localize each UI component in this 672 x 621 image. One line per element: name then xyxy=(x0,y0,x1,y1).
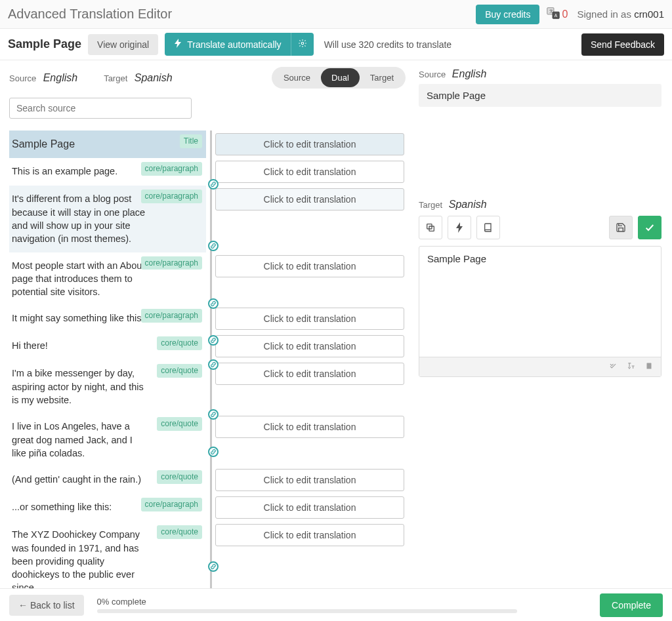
segment-row[interactable]: The XYZ Doohickey Company was founded in… xyxy=(9,521,406,588)
segment-row[interactable]: I live in Los Angeles, have a great dog … xyxy=(9,413,406,466)
segment-row[interactable]: I'm a bike messenger by day, aspiring ac… xyxy=(9,360,406,413)
segment-type-badge: core/quote xyxy=(157,364,202,378)
progress-track xyxy=(97,609,517,613)
edit-translation-button[interactable]: Click to edit translation xyxy=(215,161,404,183)
language-pair-indicator[interactable]: 文A 0 xyxy=(546,6,568,23)
segment-source: The XYZ Doohickey Company was founded in… xyxy=(9,521,206,588)
progress: 0% complete xyxy=(97,597,517,613)
target-editor-input[interactable]: Sample Page xyxy=(419,247,661,357)
edit-translation-button[interactable]: Click to edit translation xyxy=(215,416,404,438)
segment-row[interactable]: This is an example page.core/paragraphCl… xyxy=(9,158,406,186)
signed-in-label: Signed in as crn001 xyxy=(577,9,664,20)
segment-row[interactable]: (And gettin' caught in the rain.)core/qu… xyxy=(9,466,406,494)
segment-target: Click to edit translation xyxy=(215,158,406,186)
edit-translation-button[interactable]: Click to edit translation xyxy=(215,469,404,491)
segment-gutter xyxy=(206,130,215,158)
translate-icon: 文A xyxy=(546,6,560,23)
segment-source: I'm a bike messenger by day, aspiring ac… xyxy=(9,360,206,413)
segment-source: (And gettin' caught in the rain.)core/qu… xyxy=(9,466,206,494)
link-segment-icon[interactable] xyxy=(208,298,219,309)
confirm-segment-button[interactable] xyxy=(638,216,662,239)
save-icon xyxy=(616,222,626,233)
segment-target: Click to edit translation xyxy=(215,332,406,360)
translate-settings-button[interactable] xyxy=(291,33,314,56)
segment-gutter xyxy=(206,252,215,306)
segment-target: Click to edit translation xyxy=(215,413,406,466)
link-segment-icon[interactable] xyxy=(208,241,219,251)
segment-gutter xyxy=(206,494,215,521)
segment-target: Click to edit translation xyxy=(215,466,406,494)
segment-row[interactable]: It's different from a blog post because … xyxy=(9,186,406,252)
status-icon-1 xyxy=(608,361,618,373)
toggle-source[interactable]: Source xyxy=(273,68,321,87)
edit-translation-button[interactable]: Click to edit translation xyxy=(215,133,404,155)
edit-translation-button[interactable]: Click to edit translation xyxy=(215,188,404,210)
link-segment-icon[interactable] xyxy=(208,447,219,457)
username: crn001 xyxy=(634,9,664,20)
sub-bar: Sample Page View original Translate auto… xyxy=(0,29,672,60)
segment-row[interactable]: Sample PageTitleClick to edit translatio… xyxy=(9,130,406,158)
link-segment-icon[interactable] xyxy=(208,335,219,346)
translate-automatically-button[interactable]: Translate automatically xyxy=(165,33,313,56)
edit-translation-button[interactable]: Click to edit translation xyxy=(215,363,404,385)
workspace: Source English Target Spanish Source Dua… xyxy=(0,60,672,588)
segment-row[interactable]: Most people start with an About page tha… xyxy=(9,252,406,306)
segment-type-badge: core/paragraph xyxy=(141,162,202,176)
view-original-button[interactable]: View original xyxy=(88,34,158,55)
segment-type-badge: Title xyxy=(180,134,202,148)
link-segment-icon[interactable] xyxy=(208,409,219,420)
segment-type-badge: core/paragraph xyxy=(141,498,202,511)
segment-source-text: Sample Page xyxy=(12,137,198,151)
book-icon xyxy=(483,222,494,233)
copy-source-button[interactable] xyxy=(419,216,442,239)
search-source-input[interactable] xyxy=(9,98,192,119)
link-segment-icon[interactable] xyxy=(208,561,219,572)
edit-translation-button[interactable]: Click to edit translation xyxy=(215,335,404,357)
detail-source-label: Source English xyxy=(419,68,662,80)
save-draft-button[interactable] xyxy=(609,216,633,239)
source-lang-label: Source English xyxy=(9,72,77,84)
bolt-icon xyxy=(455,222,463,233)
edit-translation-button[interactable]: Click to edit translation xyxy=(215,308,404,330)
segment-row[interactable]: It might say something like this:core/pa… xyxy=(9,305,406,332)
svg-point-4 xyxy=(301,42,304,45)
credits-note: Will use 320 credits to translate xyxy=(324,39,452,50)
segment-target: Click to edit translation xyxy=(215,130,406,158)
segment-type-badge: core/paragraph xyxy=(141,256,202,270)
svg-text:A: A xyxy=(555,12,558,17)
segment-row[interactable]: Hi there!core/quoteClick to edit transla… xyxy=(9,332,406,360)
view-toggle: Source Dual Target xyxy=(272,67,406,89)
segment-source: It's different from a blog post because … xyxy=(9,186,206,252)
back-to-list-button[interactable]: ← Back to list xyxy=(9,595,84,616)
target-lang-label: Target Spanish xyxy=(104,72,172,84)
edit-translation-button[interactable]: Click to edit translation xyxy=(215,524,404,546)
page-title: Sample Page xyxy=(8,37,81,51)
link-segment-icon[interactable] xyxy=(208,179,219,190)
link-segment-icon[interactable] xyxy=(208,359,219,370)
detail-source-preview: Sample Page xyxy=(419,84,662,107)
check-icon xyxy=(644,222,655,233)
toggle-dual[interactable]: Dual xyxy=(321,68,360,87)
segments-panel: Source English Target Spanish Source Dua… xyxy=(0,60,407,588)
segment-row[interactable]: ...or something like this:core/paragraph… xyxy=(9,494,406,521)
segment-gutter xyxy=(206,305,215,332)
status-icon-2 xyxy=(627,361,636,373)
edit-translation-button[interactable]: Click to edit translation xyxy=(215,496,404,519)
edit-translation-button[interactable]: Click to edit translation xyxy=(215,255,404,277)
toggle-target[interactable]: Target xyxy=(360,68,404,87)
buy-credits-button[interactable]: Buy credits xyxy=(476,5,539,24)
top-bar: Advanced Translation Editor Buy credits … xyxy=(0,0,672,29)
segment-target: Click to edit translation xyxy=(215,252,406,306)
segment-source: I live in Los Angeles, have a great dog … xyxy=(9,413,206,466)
segment-type-badge: core/paragraph xyxy=(141,190,202,203)
segment-target: Click to edit translation xyxy=(215,360,406,413)
segment-target: Click to edit translation xyxy=(215,494,406,521)
segment-target: Click to edit translation xyxy=(215,186,406,252)
send-feedback-button[interactable]: Send Feedback xyxy=(581,33,664,56)
segment-target: Click to edit translation xyxy=(215,521,406,588)
glossary-button[interactable] xyxy=(476,216,500,239)
segment-source: Sample PageTitle xyxy=(9,130,206,158)
complete-button[interactable]: Complete xyxy=(600,593,663,617)
segment-type-badge: core/quote xyxy=(157,417,202,431)
auto-translate-segment-button[interactable] xyxy=(448,216,471,239)
